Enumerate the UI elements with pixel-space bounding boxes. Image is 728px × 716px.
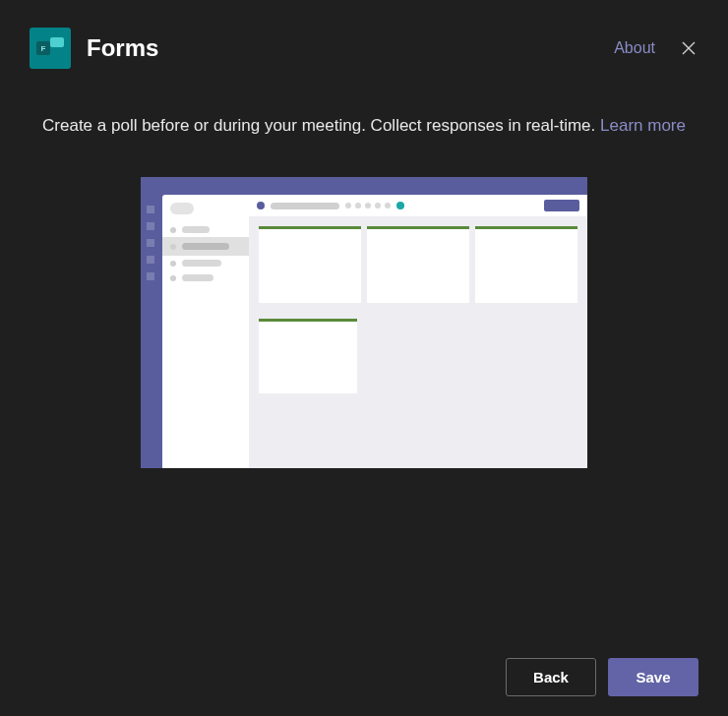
close-button[interactable] [679, 38, 698, 58]
save-button[interactable]: Save [608, 658, 698, 696]
learn-more-link[interactable]: Learn more [600, 116, 686, 135]
header-left: F Forms [30, 28, 158, 69]
app-title: Forms [87, 34, 158, 62]
about-link[interactable]: About [614, 39, 655, 57]
back-button[interactable]: Back [506, 658, 596, 696]
app-preview-image [141, 177, 587, 468]
header-right: About [614, 38, 698, 58]
dialog-header: F Forms About [0, 0, 728, 69]
close-icon [681, 40, 697, 56]
app-description: Create a poll before or during your meet… [0, 69, 728, 136]
forms-app-icon: F [30, 28, 71, 69]
dialog-footer: Back Save [506, 658, 698, 696]
description-text: Create a poll before or during your meet… [42, 116, 595, 135]
